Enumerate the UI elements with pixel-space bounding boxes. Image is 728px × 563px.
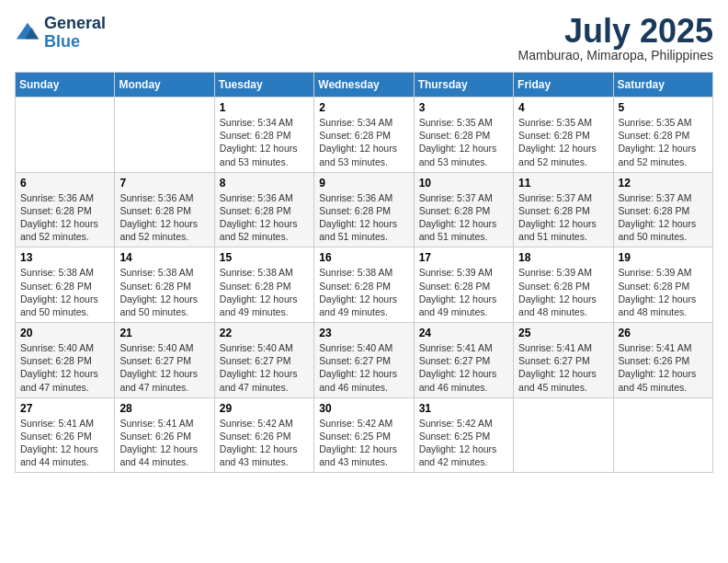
weekday-header-saturday: Saturday bbox=[613, 73, 712, 98]
calendar-week-row: 13Sunrise: 5:38 AMSunset: 6:28 PMDayligh… bbox=[16, 247, 713, 323]
month-title: July 2025 bbox=[518, 15, 713, 48]
day-info: Sunrise: 5:41 AMSunset: 6:26 PMDaylight:… bbox=[619, 341, 708, 394]
calendar-cell: 4Sunrise: 5:35 AMSunset: 6:28 PMDaylight… bbox=[514, 98, 613, 173]
day-info: Sunrise: 5:37 AMSunset: 6:28 PMDaylight:… bbox=[619, 191, 708, 244]
calendar-cell: 28Sunrise: 5:41 AMSunset: 6:26 PMDayligh… bbox=[115, 397, 214, 473]
day-info: Sunrise: 5:35 AMSunset: 6:28 PMDaylight:… bbox=[419, 116, 508, 168]
day-info: Sunrise: 5:36 AMSunset: 6:28 PMDaylight:… bbox=[319, 191, 408, 244]
calendar-cell: 6Sunrise: 5:36 AMSunset: 6:28 PMDaylight… bbox=[16, 172, 115, 247]
day-info: Sunrise: 5:36 AMSunset: 6:28 PMDaylight:… bbox=[119, 191, 209, 244]
day-number: 10 bbox=[419, 177, 508, 190]
page-header: General Blue July 2025 Mamburao, Mimarop… bbox=[15, 15, 713, 63]
calendar-cell: 3Sunrise: 5:35 AMSunset: 6:28 PMDaylight… bbox=[414, 98, 513, 173]
day-info: Sunrise: 5:37 AMSunset: 6:28 PMDaylight:… bbox=[419, 191, 508, 244]
day-info: Sunrise: 5:40 AMSunset: 6:28 PMDaylight:… bbox=[20, 341, 109, 394]
day-info: Sunrise: 5:39 AMSunset: 6:28 PMDaylight:… bbox=[619, 266, 708, 318]
day-number: 17 bbox=[419, 251, 508, 264]
day-number: 2 bbox=[319, 101, 408, 114]
day-info: Sunrise: 5:35 AMSunset: 6:28 PMDaylight:… bbox=[518, 116, 608, 168]
day-number: 23 bbox=[319, 327, 408, 339]
calendar-cell: 30Sunrise: 5:42 AMSunset: 6:25 PMDayligh… bbox=[314, 397, 414, 473]
calendar-table: SundayMondayTuesdayWednesdayThursdayFrid… bbox=[15, 72, 713, 473]
day-info: Sunrise: 5:39 AMSunset: 6:28 PMDaylight:… bbox=[518, 266, 608, 318]
calendar-cell: 8Sunrise: 5:36 AMSunset: 6:28 PMDaylight… bbox=[214, 172, 313, 247]
calendar-cell: 10Sunrise: 5:37 AMSunset: 6:28 PMDayligh… bbox=[414, 172, 513, 247]
calendar-cell: 7Sunrise: 5:36 AMSunset: 6:28 PMDaylight… bbox=[115, 172, 214, 247]
calendar-cell: 18Sunrise: 5:39 AMSunset: 6:28 PMDayligh… bbox=[514, 247, 613, 323]
calendar-cell bbox=[115, 98, 214, 173]
day-number: 11 bbox=[518, 177, 608, 190]
day-number: 15 bbox=[220, 251, 309, 264]
calendar-cell: 12Sunrise: 5:37 AMSunset: 6:28 PMDayligh… bbox=[613, 172, 712, 247]
weekday-header-friday: Friday bbox=[514, 73, 613, 98]
day-number: 21 bbox=[119, 327, 209, 339]
calendar-week-row: 20Sunrise: 5:40 AMSunset: 6:28 PMDayligh… bbox=[16, 323, 713, 398]
day-info: Sunrise: 5:40 AMSunset: 6:27 PMDaylight:… bbox=[319, 341, 408, 394]
day-number: 18 bbox=[518, 251, 608, 264]
day-number: 24 bbox=[419, 327, 508, 339]
day-info: Sunrise: 5:40 AMSunset: 6:27 PMDaylight:… bbox=[119, 341, 209, 394]
calendar-cell: 9Sunrise: 5:36 AMSunset: 6:28 PMDaylight… bbox=[314, 172, 414, 247]
calendar-week-row: 1Sunrise: 5:34 AMSunset: 6:28 PMDaylight… bbox=[16, 98, 713, 173]
day-number: 27 bbox=[20, 402, 109, 415]
day-number: 29 bbox=[220, 402, 309, 415]
day-info: Sunrise: 5:37 AMSunset: 6:28 PMDaylight:… bbox=[518, 191, 608, 244]
day-info: Sunrise: 5:38 AMSunset: 6:28 PMDaylight:… bbox=[220, 266, 309, 318]
calendar-cell: 25Sunrise: 5:41 AMSunset: 6:27 PMDayligh… bbox=[514, 323, 613, 398]
day-number: 1 bbox=[220, 101, 309, 114]
calendar-cell: 14Sunrise: 5:38 AMSunset: 6:28 PMDayligh… bbox=[115, 247, 214, 323]
day-number: 12 bbox=[619, 177, 708, 190]
weekday-header-thursday: Thursday bbox=[414, 73, 513, 98]
day-info: Sunrise: 5:38 AMSunset: 6:28 PMDaylight:… bbox=[319, 266, 408, 318]
day-number: 26 bbox=[619, 327, 708, 339]
calendar-week-row: 6Sunrise: 5:36 AMSunset: 6:28 PMDaylight… bbox=[16, 172, 713, 247]
day-number: 6 bbox=[20, 177, 109, 190]
calendar-cell: 20Sunrise: 5:40 AMSunset: 6:28 PMDayligh… bbox=[16, 323, 115, 398]
day-info: Sunrise: 5:34 AMSunset: 6:28 PMDaylight:… bbox=[220, 116, 309, 168]
logo-icon bbox=[15, 20, 40, 46]
day-number: 5 bbox=[619, 101, 708, 114]
weekday-header-tuesday: Tuesday bbox=[214, 73, 313, 98]
calendar-cell bbox=[613, 397, 712, 473]
location-subtitle: Mamburao, Mimaropa, Philippines bbox=[518, 48, 713, 63]
calendar-cell: 13Sunrise: 5:38 AMSunset: 6:28 PMDayligh… bbox=[16, 247, 115, 323]
calendar-cell: 26Sunrise: 5:41 AMSunset: 6:26 PMDayligh… bbox=[613, 323, 712, 398]
weekday-header-row: SundayMondayTuesdayWednesdayThursdayFrid… bbox=[16, 73, 713, 98]
day-info: Sunrise: 5:38 AMSunset: 6:28 PMDaylight:… bbox=[20, 266, 109, 318]
day-info: Sunrise: 5:40 AMSunset: 6:27 PMDaylight:… bbox=[220, 341, 309, 394]
logo: General Blue bbox=[15, 15, 106, 52]
calendar-cell: 15Sunrise: 5:38 AMSunset: 6:28 PMDayligh… bbox=[214, 247, 313, 323]
day-number: 16 bbox=[319, 251, 408, 264]
calendar-body: 1Sunrise: 5:34 AMSunset: 6:28 PMDaylight… bbox=[16, 98, 713, 473]
day-info: Sunrise: 5:36 AMSunset: 6:28 PMDaylight:… bbox=[220, 191, 309, 244]
calendar-cell bbox=[16, 98, 115, 173]
calendar-week-row: 27Sunrise: 5:41 AMSunset: 6:26 PMDayligh… bbox=[16, 397, 713, 473]
day-number: 31 bbox=[419, 402, 508, 415]
day-number: 14 bbox=[119, 251, 209, 264]
calendar-cell: 24Sunrise: 5:41 AMSunset: 6:27 PMDayligh… bbox=[414, 323, 513, 398]
day-info: Sunrise: 5:42 AMSunset: 6:25 PMDaylight:… bbox=[419, 417, 508, 469]
weekday-header-wednesday: Wednesday bbox=[314, 73, 414, 98]
calendar-cell: 16Sunrise: 5:38 AMSunset: 6:28 PMDayligh… bbox=[314, 247, 414, 323]
calendar-cell: 21Sunrise: 5:40 AMSunset: 6:27 PMDayligh… bbox=[115, 323, 214, 398]
calendar-cell: 19Sunrise: 5:39 AMSunset: 6:28 PMDayligh… bbox=[613, 247, 712, 323]
weekday-header-monday: Monday bbox=[115, 73, 214, 98]
logo-blue-text: Blue bbox=[44, 33, 106, 52]
calendar-cell: 27Sunrise: 5:41 AMSunset: 6:26 PMDayligh… bbox=[16, 397, 115, 473]
calendar-cell: 1Sunrise: 5:34 AMSunset: 6:28 PMDaylight… bbox=[214, 98, 313, 173]
calendar-cell: 31Sunrise: 5:42 AMSunset: 6:25 PMDayligh… bbox=[414, 397, 513, 473]
day-number: 4 bbox=[518, 101, 608, 114]
day-number: 20 bbox=[20, 327, 109, 339]
logo-general-text: General bbox=[44, 15, 106, 33]
calendar-header: SundayMondayTuesdayWednesdayThursdayFrid… bbox=[16, 73, 713, 98]
day-number: 25 bbox=[518, 327, 608, 339]
calendar-cell: 2Sunrise: 5:34 AMSunset: 6:28 PMDaylight… bbox=[314, 98, 414, 173]
day-info: Sunrise: 5:42 AMSunset: 6:25 PMDaylight:… bbox=[319, 417, 408, 469]
day-number: 3 bbox=[419, 101, 508, 114]
calendar-cell: 29Sunrise: 5:42 AMSunset: 6:26 PMDayligh… bbox=[214, 397, 313, 473]
calendar-cell bbox=[514, 397, 613, 473]
day-number: 28 bbox=[119, 402, 209, 415]
weekday-header-sunday: Sunday bbox=[16, 73, 115, 98]
calendar-cell: 23Sunrise: 5:40 AMSunset: 6:27 PMDayligh… bbox=[314, 323, 414, 398]
title-block: July 2025 Mamburao, Mimaropa, Philippine… bbox=[518, 15, 713, 63]
